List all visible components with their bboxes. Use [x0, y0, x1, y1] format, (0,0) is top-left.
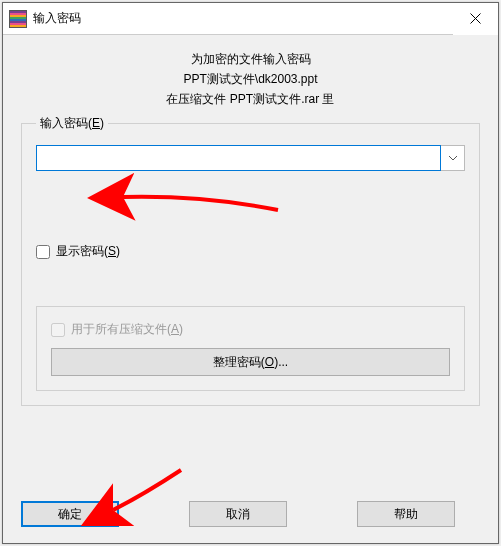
password-input[interactable] — [36, 145, 441, 171]
all-archives-row: 用于所有压缩文件(A) — [51, 321, 450, 338]
close-button[interactable] — [453, 3, 498, 35]
cancel-button[interactable]: 取消 — [189, 501, 287, 527]
header-message: 为加密的文件输入密码 PPT测试文件\dk2003.ppt 在压缩文件 PPT测… — [21, 49, 480, 109]
chevron-down-icon — [448, 155, 458, 161]
show-password-row: 显示密码(S) — [36, 243, 465, 260]
password-fieldset: 输入密码(E) 显示密码(S) 用于所有压缩文件(A) — [21, 123, 480, 406]
help-button[interactable]: 帮助 — [357, 501, 455, 527]
sub-options-box: 用于所有压缩文件(A) 整理密码(O)... — [36, 306, 465, 391]
header-line2: PPT测试文件\dk2003.ppt — [21, 69, 480, 89]
dialog-content: 为加密的文件输入密码 PPT测试文件\dk2003.ppt 在压缩文件 PPT测… — [3, 35, 498, 543]
dialog-buttons: 确定 取消 帮助 — [21, 501, 480, 527]
show-password-checkbox[interactable] — [36, 245, 50, 259]
ok-button[interactable]: 确定 — [21, 501, 119, 527]
winrar-icon — [9, 10, 27, 28]
close-icon — [470, 13, 481, 24]
password-dialog: 输入密码 为加密的文件输入密码 PPT测试文件\dk2003.ppt 在压缩文件… — [2, 2, 499, 544]
password-dropdown-button[interactable] — [441, 145, 465, 171]
password-label: 输入密码(E) — [36, 115, 108, 132]
all-archives-label: 用于所有压缩文件(A) — [71, 321, 183, 338]
show-password-label[interactable]: 显示密码(S) — [56, 243, 120, 260]
organize-passwords-button[interactable]: 整理密码(O)... — [51, 348, 450, 376]
all-archives-checkbox — [51, 323, 65, 337]
header-line1: 为加密的文件输入密码 — [21, 49, 480, 69]
window-title: 输入密码 — [33, 10, 453, 27]
titlebar: 输入密码 — [3, 3, 498, 35]
password-row — [36, 145, 465, 171]
header-line3: 在压缩文件 PPT测试文件.rar 里 — [21, 89, 480, 109]
